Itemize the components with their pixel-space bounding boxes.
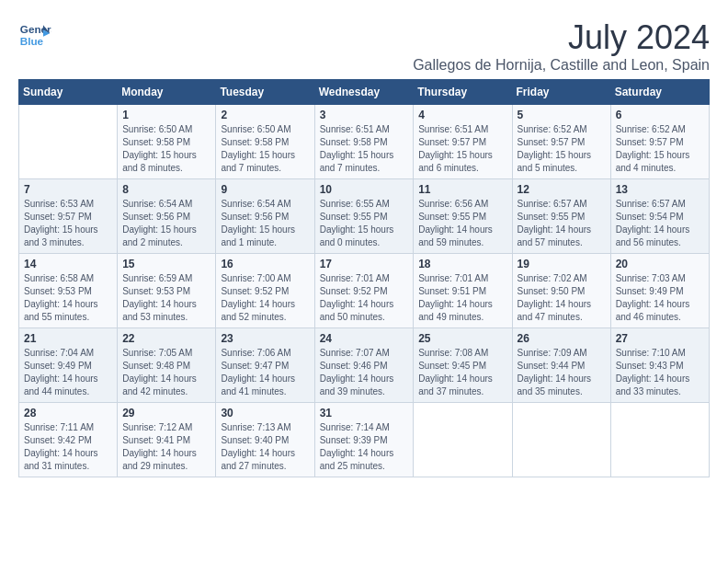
day-number: 16 [221, 258, 309, 270]
day-number: 19 [518, 258, 606, 270]
day-number: 23 [221, 332, 309, 345]
day-info: Sunrise: 7:02 AMSunset: 9:50 PMDaylight:… [518, 272, 606, 324]
header-friday: Friday [512, 80, 610, 105]
day-info: Sunrise: 7:10 AMSunset: 9:43 PMDaylight:… [616, 347, 704, 398]
calendar-cell: 18Sunrise: 7:01 AMSunset: 9:51 PMDayligh… [414, 254, 512, 328]
calendar-body: 1Sunrise: 6:50 AMSunset: 9:58 PMDaylight… [19, 105, 710, 477]
day-info: Sunrise: 6:53 AMSunset: 9:57 PMDaylight:… [24, 198, 112, 249]
month-title: July 2024 [413, 18, 710, 57]
day-number: 30 [221, 407, 309, 419]
calendar-cell: 24Sunrise: 7:07 AMSunset: 9:46 PMDayligh… [314, 328, 414, 403]
day-info: Sunrise: 6:50 AMSunset: 9:58 PMDaylight:… [221, 123, 309, 175]
day-number: 25 [418, 332, 506, 345]
header-wednesday: Wednesday [314, 80, 414, 105]
calendar-cell: 4Sunrise: 6:51 AMSunset: 9:57 PMDaylight… [414, 105, 512, 179]
header-tuesday: Tuesday [216, 80, 314, 105]
calendar-cell: 30Sunrise: 7:13 AMSunset: 9:40 PMDayligh… [216, 403, 314, 477]
calendar-cell: 1Sunrise: 6:50 AMSunset: 9:58 PMDaylight… [118, 105, 216, 179]
calendar-cell: 10Sunrise: 6:55 AMSunset: 9:55 PMDayligh… [314, 179, 414, 254]
day-info: Sunrise: 7:01 AMSunset: 9:52 PMDaylight:… [320, 272, 409, 324]
day-info: Sunrise: 6:52 AMSunset: 9:57 PMDaylight:… [518, 123, 606, 175]
day-info: Sunrise: 6:54 AMSunset: 9:56 PMDaylight:… [122, 198, 210, 249]
day-info: Sunrise: 7:01 AMSunset: 9:51 PMDaylight:… [418, 272, 506, 324]
day-number: 3 [320, 109, 409, 121]
day-number: 6 [616, 109, 704, 121]
day-number: 18 [418, 258, 506, 270]
day-number: 2 [221, 109, 309, 121]
day-info: Sunrise: 6:55 AMSunset: 9:55 PMDaylight:… [320, 198, 409, 249]
day-info: Sunrise: 6:51 AMSunset: 9:58 PMDaylight:… [320, 123, 409, 175]
calendar-cell: 9Sunrise: 6:54 AMSunset: 9:56 PMDaylight… [216, 179, 314, 254]
day-info: Sunrise: 7:07 AMSunset: 9:46 PMDaylight:… [320, 347, 409, 398]
calendar-cell: 15Sunrise: 6:59 AMSunset: 9:53 PMDayligh… [118, 254, 216, 328]
header-row: Sunday Monday Tuesday Wednesday Thursday… [19, 80, 710, 105]
week-row-3: 21Sunrise: 7:04 AMSunset: 9:49 PMDayligh… [19, 328, 710, 403]
header-thursday: Thursday [414, 80, 512, 105]
day-number: 31 [320, 407, 409, 419]
day-info: Sunrise: 6:52 AMSunset: 9:57 PMDaylight:… [616, 123, 704, 175]
day-number: 4 [418, 109, 506, 121]
day-info: Sunrise: 7:05 AMSunset: 9:48 PMDaylight:… [122, 347, 210, 398]
page-header: General Blue July 2024 Gallegos de Horni… [18, 18, 710, 74]
calendar-cell: 6Sunrise: 6:52 AMSunset: 9:57 PMDaylight… [610, 105, 709, 179]
day-number: 14 [24, 258, 112, 270]
svg-text:Blue: Blue [20, 35, 44, 47]
day-info: Sunrise: 6:50 AMSunset: 9:58 PMDaylight:… [122, 123, 210, 175]
calendar-cell: 13Sunrise: 6:57 AMSunset: 9:54 PMDayligh… [610, 179, 709, 254]
day-number: 21 [24, 332, 112, 345]
calendar-cell: 27Sunrise: 7:10 AMSunset: 9:43 PMDayligh… [610, 328, 709, 403]
day-number: 5 [518, 109, 606, 121]
calendar-cell: 21Sunrise: 7:04 AMSunset: 9:49 PMDayligh… [19, 328, 118, 403]
day-number: 28 [24, 407, 112, 419]
calendar-cell: 16Sunrise: 7:00 AMSunset: 9:52 PMDayligh… [216, 254, 314, 328]
week-row-1: 7Sunrise: 6:53 AMSunset: 9:57 PMDaylight… [19, 179, 710, 254]
day-info: Sunrise: 7:08 AMSunset: 9:45 PMDaylight:… [418, 347, 506, 398]
calendar-header: Sunday Monday Tuesday Wednesday Thursday… [19, 80, 710, 105]
calendar-cell [610, 403, 709, 477]
header-saturday: Saturday [610, 80, 709, 105]
calendar-cell: 3Sunrise: 6:51 AMSunset: 9:58 PMDaylight… [314, 105, 414, 179]
day-info: Sunrise: 6:59 AMSunset: 9:53 PMDaylight:… [122, 272, 210, 324]
calendar-cell: 29Sunrise: 7:12 AMSunset: 9:41 PMDayligh… [118, 403, 216, 477]
logo-icon: General Blue [18, 18, 51, 52]
calendar-cell [512, 403, 610, 477]
title-area: July 2024 Gallegos de Hornija, Castille … [413, 18, 710, 74]
day-number: 22 [122, 332, 210, 345]
day-number: 15 [122, 258, 210, 270]
day-number: 17 [320, 258, 409, 270]
day-number: 26 [518, 332, 606, 345]
calendar-cell: 19Sunrise: 7:02 AMSunset: 9:50 PMDayligh… [512, 254, 610, 328]
calendar-cell: 5Sunrise: 6:52 AMSunset: 9:57 PMDaylight… [512, 105, 610, 179]
calendar-cell: 11Sunrise: 6:56 AMSunset: 9:55 PMDayligh… [414, 179, 512, 254]
calendar-cell: 12Sunrise: 6:57 AMSunset: 9:55 PMDayligh… [512, 179, 610, 254]
calendar-cell: 14Sunrise: 6:58 AMSunset: 9:53 PMDayligh… [19, 254, 118, 328]
week-row-0: 1Sunrise: 6:50 AMSunset: 9:58 PMDaylight… [19, 105, 710, 179]
logo: General Blue [18, 18, 51, 52]
day-number: 27 [616, 332, 704, 345]
calendar-cell: 22Sunrise: 7:05 AMSunset: 9:48 PMDayligh… [118, 328, 216, 403]
day-number: 24 [320, 332, 409, 345]
calendar-cell: 26Sunrise: 7:09 AMSunset: 9:44 PMDayligh… [512, 328, 610, 403]
day-number: 11 [418, 183, 506, 196]
day-number: 8 [122, 183, 210, 196]
header-sunday: Sunday [19, 80, 118, 105]
day-number: 10 [320, 183, 409, 196]
week-row-4: 28Sunrise: 7:11 AMSunset: 9:42 PMDayligh… [19, 403, 710, 477]
calendar-cell [19, 105, 118, 179]
day-number: 20 [616, 258, 704, 270]
day-number: 29 [122, 407, 210, 419]
day-number: 1 [122, 109, 210, 121]
day-info: Sunrise: 7:13 AMSunset: 9:40 PMDaylight:… [221, 421, 309, 473]
day-info: Sunrise: 7:14 AMSunset: 9:39 PMDaylight:… [320, 421, 409, 473]
day-info: Sunrise: 7:06 AMSunset: 9:47 PMDaylight:… [221, 347, 309, 398]
header-monday: Monday [118, 80, 216, 105]
day-number: 13 [616, 183, 704, 196]
day-info: Sunrise: 7:03 AMSunset: 9:49 PMDaylight:… [616, 272, 704, 324]
day-number: 9 [221, 183, 309, 196]
day-info: Sunrise: 7:11 AMSunset: 9:42 PMDaylight:… [24, 421, 112, 473]
calendar-cell: 23Sunrise: 7:06 AMSunset: 9:47 PMDayligh… [216, 328, 314, 403]
calendar-cell: 28Sunrise: 7:11 AMSunset: 9:42 PMDayligh… [19, 403, 118, 477]
calendar-cell [414, 403, 512, 477]
day-number: 7 [24, 183, 112, 196]
day-info: Sunrise: 6:54 AMSunset: 9:56 PMDaylight:… [221, 198, 309, 249]
